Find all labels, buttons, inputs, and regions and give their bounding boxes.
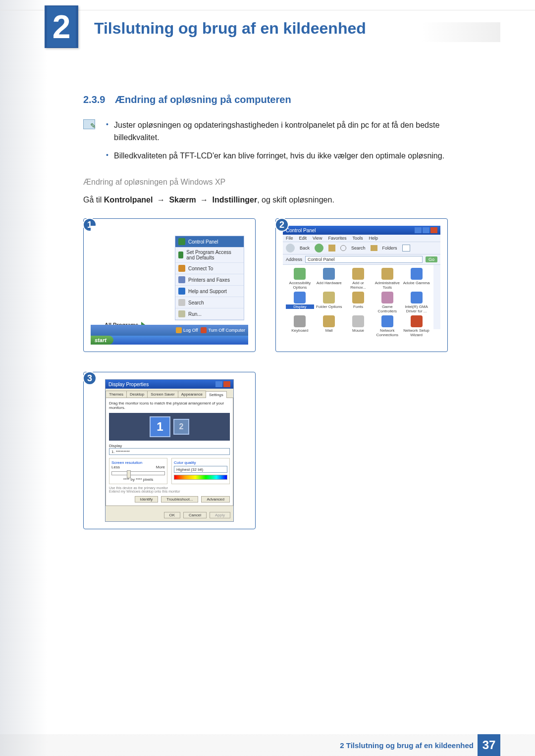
cp-item-icon bbox=[411, 292, 423, 303]
footer-text: 2 Tilslutning og brug af en kildeenhed bbox=[340, 741, 474, 750]
maximize-icon[interactable] bbox=[423, 227, 429, 233]
cp-item[interactable]: Administrative Tools bbox=[373, 268, 401, 290]
logoff-button[interactable]: Log Off bbox=[176, 327, 198, 333]
minimize-icon[interactable] bbox=[415, 227, 422, 233]
menu-item[interactable]: Tools bbox=[352, 236, 363, 241]
cp-item[interactable]: Network Setup Wizard bbox=[402, 315, 430, 337]
turnoff-button[interactable]: Turn Off Computer bbox=[201, 327, 245, 333]
search-icon[interactable] bbox=[340, 245, 346, 251]
display-select[interactable]: 1. ********* bbox=[109, 448, 230, 455]
menu-item[interactable]: Edit bbox=[299, 236, 307, 241]
cp-item[interactable]: Mouse bbox=[344, 315, 373, 337]
menu-item[interactable]: Help bbox=[369, 236, 378, 241]
startmenu-item[interactable]: Set Program Access and Defaults bbox=[175, 248, 244, 263]
cp-item[interactable]: Display bbox=[286, 292, 314, 313]
cp-item-label: Adobe Gamma bbox=[402, 281, 430, 285]
cp-item[interactable]: Accessibility Options bbox=[286, 268, 314, 290]
tab[interactable]: Themes bbox=[106, 391, 127, 398]
startmenu-item[interactable]: Control Panel bbox=[175, 236, 244, 248]
cp-item-label: Display bbox=[286, 304, 314, 309]
cp-item[interactable]: Network Connections bbox=[373, 315, 401, 337]
window-titlebar: Display Properties bbox=[106, 380, 233, 389]
cp-item[interactable]: Add or Remov... bbox=[344, 268, 373, 290]
help-icon[interactable] bbox=[215, 381, 222, 387]
cancel-button[interactable]: Cancel bbox=[183, 512, 207, 518]
views-icon[interactable] bbox=[402, 245, 410, 252]
cp-item[interactable]: Folder Options bbox=[315, 292, 343, 313]
close-icon[interactable] bbox=[430, 227, 437, 233]
cp-item-label: Network Connections bbox=[373, 328, 401, 337]
cp-item-icon bbox=[323, 292, 335, 303]
folders-icon[interactable] bbox=[371, 245, 377, 251]
apply-button[interactable]: Apply bbox=[210, 512, 230, 518]
cp-item[interactable]: Add Hardware bbox=[315, 268, 343, 290]
startmenu-item[interactable]: Search bbox=[175, 297, 244, 308]
cp-item-label: Network Setup Wizard bbox=[402, 328, 430, 337]
advanced-button[interactable]: Advanced bbox=[201, 496, 230, 503]
startmenu-item-icon bbox=[178, 310, 185, 317]
monitor-2[interactable]: 2 bbox=[173, 419, 189, 435]
cp-item[interactable]: Fonts bbox=[344, 292, 373, 313]
startmenu-item[interactable]: Help and Support bbox=[175, 286, 244, 297]
startmenu-screenshot: Control PanelSet Program Access and Defa… bbox=[91, 226, 248, 345]
tab[interactable]: Desktop bbox=[126, 391, 148, 398]
startmenu-item-icon bbox=[178, 238, 185, 245]
tab[interactable]: Settings bbox=[206, 391, 227, 398]
cp-item-icon bbox=[411, 268, 423, 280]
startmenu-item-label: Set Program Access and Defaults bbox=[186, 250, 241, 260]
screenshot-1-frame: 1 Control PanelSet Program Access and De… bbox=[83, 218, 256, 352]
display-label: Display bbox=[109, 444, 230, 448]
control-panel-window: Control Panel FileEditViewFavoritesTools… bbox=[283, 226, 440, 329]
up-icon[interactable] bbox=[328, 245, 335, 252]
cp-item-label: Accessibility Options bbox=[286, 281, 314, 290]
cp-item[interactable]: Mail bbox=[315, 315, 343, 337]
cp-item-icon bbox=[381, 315, 393, 327]
cp-item[interactable]: Adobe Gamma bbox=[402, 268, 430, 290]
screenshot-3-frame: 3 Display Properties ThemesDesktopScreen… bbox=[83, 372, 256, 529]
cp-item-label: Add Hardware bbox=[315, 281, 343, 285]
cp-item[interactable]: Intel(R) GMA Driver for ... bbox=[402, 292, 430, 313]
startmenu-item-icon bbox=[178, 288, 185, 295]
path-suffix: , og skift opløsningen. bbox=[257, 196, 334, 204]
tab[interactable]: Screen Saver bbox=[147, 391, 178, 398]
tab[interactable]: Appearance bbox=[178, 391, 206, 398]
toolbar: Back Search Folders bbox=[283, 242, 440, 254]
back-icon[interactable] bbox=[286, 244, 295, 252]
startmenu-item-icon bbox=[178, 265, 185, 272]
troubleshoot-button[interactable]: Troubleshoot... bbox=[161, 496, 198, 503]
menu-item[interactable]: View bbox=[313, 236, 322, 241]
address-field[interactable]: Control Panel bbox=[305, 256, 423, 263]
color-quality-label: Color quality bbox=[174, 460, 227, 465]
startmenu-item[interactable]: Connect To bbox=[175, 263, 244, 274]
chapter-header: 2 Tilslutning og brug af en kildeenhed bbox=[0, 10, 535, 49]
start-button[interactable]: start bbox=[91, 336, 113, 345]
address-label: Address bbox=[286, 257, 302, 262]
cp-item-label: Administrative Tools bbox=[373, 281, 401, 290]
color-bar bbox=[174, 475, 227, 480]
back-label: Back bbox=[300, 246, 310, 251]
screenshots-row: 1 Control PanelSet Program Access and De… bbox=[83, 218, 485, 352]
monitor-arrangement[interactable]: 1 2 bbox=[109, 413, 230, 441]
go-button[interactable]: Go bbox=[426, 256, 437, 262]
section-number: 2.3.9 bbox=[83, 94, 105, 105]
cp-item[interactable]: Keyboard bbox=[286, 315, 314, 337]
ok-button[interactable]: OK bbox=[164, 512, 181, 518]
menu-bar: FileEditViewFavoritesToolsHelp bbox=[283, 235, 440, 242]
color-quality-group: Color quality Highest (32 bit) bbox=[171, 458, 230, 484]
cp-item-icon bbox=[381, 268, 393, 280]
startmenu-item[interactable]: Printers and Faxes bbox=[175, 274, 244, 286]
startmenu-item-icon bbox=[178, 299, 185, 306]
cp-item-label: Fonts bbox=[344, 304, 373, 309]
monitor-1[interactable]: 1 bbox=[150, 416, 170, 437]
cp-item[interactable]: Game Controllers bbox=[373, 292, 401, 313]
control-panel-body: Accessibility OptionsAdd HardwareAdd or … bbox=[283, 265, 440, 329]
color-quality-select[interactable]: Highest (32 bit) bbox=[174, 466, 227, 473]
menu-item[interactable]: File bbox=[286, 236, 293, 241]
close-icon[interactable] bbox=[223, 381, 230, 387]
identify-button[interactable]: Identify bbox=[135, 496, 159, 503]
forward-icon[interactable] bbox=[315, 244, 323, 252]
menu-item[interactable]: Favorites bbox=[328, 236, 346, 241]
startmenu-item[interactable]: Run... bbox=[175, 308, 244, 320]
resolution-slider[interactable] bbox=[111, 471, 165, 475]
color-quality-value: Highest (32 bit) bbox=[176, 467, 203, 472]
